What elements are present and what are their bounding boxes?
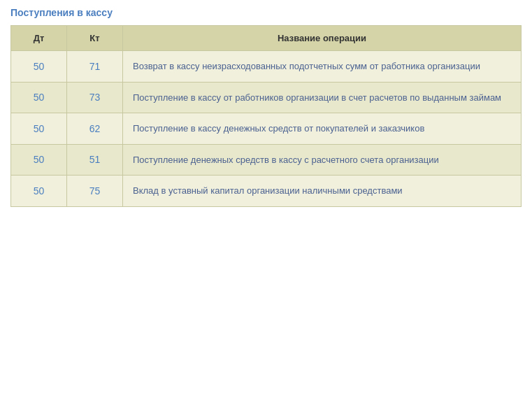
cell-operation: Вклад в уставный капитал организации нал… — [123, 176, 522, 207]
cell-dt: 50 — [11, 144, 67, 176]
cell-dt: 50 — [11, 176, 67, 207]
header-operation: Название операции — [123, 26, 522, 51]
table-row: 5051Поступление денежных средств в кассу… — [11, 144, 522, 176]
cell-kt: 51 — [67, 144, 123, 176]
table-row: 5073Поступление в кассу от работников ор… — [11, 82, 522, 113]
header-dt: Дт — [11, 26, 67, 51]
cell-operation: Поступление в кассу денежных средств от … — [123, 113, 522, 145]
cell-dt: 50 — [11, 82, 67, 113]
cell-dt: 50 — [11, 113, 67, 145]
cell-kt: 62 — [67, 113, 123, 145]
cell-kt: 71 — [67, 51, 123, 83]
cell-operation: Поступление в кассу от работников органи… — [123, 82, 522, 113]
cell-kt: 75 — [67, 176, 123, 207]
page-title: Поступления в кассу — [10, 7, 522, 18]
cell-kt: 73 — [67, 82, 123, 113]
table-row: 5062Поступление в кассу денежных средств… — [11, 113, 522, 145]
table-row: 5075Вклад в уставный капитал организации… — [11, 176, 522, 207]
cell-operation: Возврат в кассу неизрасходованных подотч… — [123, 51, 522, 83]
table-header-row: Дт Кт Название операции — [11, 26, 522, 51]
cell-dt: 50 — [11, 51, 67, 83]
table-row: 5071Возврат в кассу неизрасходованных по… — [11, 51, 522, 83]
cell-operation: Поступление денежных средств в кассу с р… — [123, 144, 522, 176]
operations-table: Дт Кт Название операции 5071Возврат в ка… — [10, 25, 522, 207]
header-kt: Кт — [67, 26, 123, 51]
